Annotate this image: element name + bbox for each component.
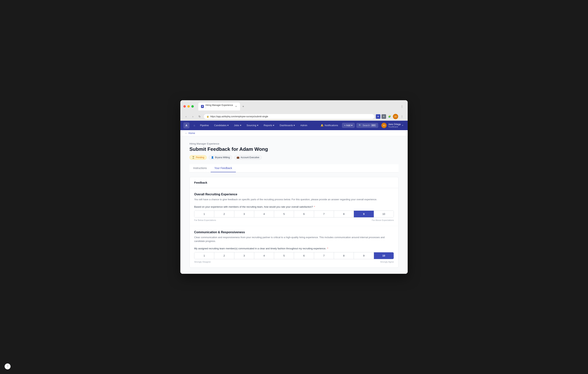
rating-10[interactable]: 10: [374, 211, 394, 217]
nav-pipeline[interactable]: Pipeline: [198, 123, 211, 128]
nav-sourcing[interactable]: Sourcing ▾: [244, 123, 261, 128]
comm-rating-10[interactable]: 10: [374, 252, 394, 259]
nav-add-button[interactable]: + Add ▾: [342, 123, 355, 128]
rating-5[interactable]: 5: [274, 211, 294, 217]
sourcing-chevron-icon: ▾: [257, 124, 258, 127]
browser-actions: ✦ A 🧩 JO ⋮: [376, 114, 405, 119]
browser-controls: ‹ › ↻ 🔒 https://app.ashbyhq.com/employee…: [183, 112, 405, 121]
badges: ⏳ Pending 👤 Bryana Witting 💼 Account Exe…: [189, 155, 399, 160]
nav-admin[interactable]: Admin: [298, 123, 310, 128]
nav-avatar: JO: [381, 123, 387, 128]
chevron-down-icon: ▾: [227, 124, 229, 127]
lock-icon: 🔒: [207, 115, 209, 118]
comm-rating-1[interactable]: 1: [194, 252, 214, 259]
comm-rating-8[interactable]: 8: [334, 252, 354, 259]
feedback-card-title: Feedback: [190, 177, 398, 188]
maximize-traffic-light[interactable]: [191, 105, 194, 108]
tab-favicon-icon: A: [201, 105, 204, 108]
briefcase-icon: 💼: [237, 156, 240, 159]
communication-required-asterisk: *: [327, 247, 328, 250]
nav-org: YourBrand: [388, 126, 401, 128]
rating-7[interactable]: 7: [314, 211, 334, 217]
profile-button[interactable]: JO: [393, 114, 398, 119]
comm-rating-9[interactable]: 9: [354, 252, 374, 259]
rating-2[interactable]: 2: [214, 211, 234, 217]
main-content: Hiring Manager Experience Submit Feedbac…: [180, 136, 408, 274]
page-title: Submit Feedback for Adam Wong: [189, 146, 399, 152]
chrome-options-button[interactable]: ⋮: [399, 114, 405, 119]
reports-chevron-icon: ▾: [273, 124, 274, 127]
breadcrumb-home-link[interactable]: Home: [189, 132, 195, 135]
nav-notifications-button[interactable]: 🔔 Notifications: [318, 123, 340, 128]
rating-4[interactable]: 4: [254, 211, 274, 217]
communication-question: My assigned recruiting team member(s) co…: [194, 247, 394, 250]
tab-close-button[interactable]: ✕: [235, 105, 237, 108]
overall-scale-labels: Far Below Expectations Far Above Expecta…: [194, 219, 394, 221]
app-logo[interactable]: A: [183, 122, 189, 128]
nav-search-button[interactable]: 🔍 Search ⌘K: [356, 123, 378, 128]
url-text: https://app.ashbyhq.com/employee-surveys…: [210, 115, 268, 118]
active-browser-tab[interactable]: A Hiring Manager Experience · ✕: [198, 103, 240, 110]
jobs-chevron-icon: ▾: [240, 124, 241, 127]
rating-1[interactable]: 1: [194, 211, 214, 217]
profile-chevron-icon: ▾: [402, 124, 403, 126]
feedback-tabs: Instructions Your Feedback: [189, 164, 399, 172]
ashby-extension-icon[interactable]: ✦: [376, 114, 380, 119]
back-button[interactable]: ‹: [183, 114, 189, 119]
address-bar[interactable]: 🔒 https://app.ashbyhq.com/employee-surve…: [204, 114, 374, 119]
chrome-menu-button[interactable]: ⋮: [399, 104, 405, 109]
tab-bar: A Hiring Manager Experience · ✕ +: [198, 103, 398, 110]
nav-profile-button[interactable]: JO Jane Ortega YourBrand ▾: [380, 122, 405, 129]
rating-3[interactable]: 3: [234, 211, 254, 217]
feedback-card: Feedback Overall Recruiting Experience Y…: [189, 177, 399, 268]
bell-icon: 🔔: [321, 124, 324, 127]
overall-satisfaction-question: Based on your experience with members of…: [194, 205, 394, 208]
dashboards-chevron-icon: ▾: [294, 124, 295, 127]
nav-jobs[interactable]: Jobs ▾: [232, 123, 243, 128]
search-icon: 🔍: [359, 124, 361, 127]
browser-chrome: A Hiring Manager Experience · ✕ + ⋮ ‹ › …: [180, 100, 408, 121]
comm-rating-6[interactable]: 6: [294, 252, 314, 259]
overall-recruiting-title: Overall Recruiting Experience: [194, 193, 394, 196]
tab-instructions[interactable]: Instructions: [189, 164, 211, 172]
help-button[interactable]: ?: [5, 363, 10, 369]
overall-satisfaction-scale[interactable]: 1 2 3 4 5 6 7 8 9 10: [194, 211, 394, 217]
forward-button[interactable]: ›: [190, 114, 196, 119]
communication-scale-labels: Strongly Disagree Strongly Agree: [194, 261, 394, 263]
tab-title: Hiring Manager Experience ·: [205, 104, 233, 109]
tab-your-feedback[interactable]: Your Feedback: [211, 164, 236, 172]
ashby-extension-2-icon[interactable]: A: [381, 114, 386, 119]
person-icon: 👤: [211, 156, 214, 159]
nav-right: 🔔 Notifications + Add ▾ 🔍 Search ⌘K JO J…: [318, 122, 405, 129]
nav-home-icon[interactable]: ⌂: [192, 123, 197, 128]
hourglass-icon: ⏳: [192, 156, 195, 159]
comm-rating-3[interactable]: 3: [234, 252, 254, 259]
role-badge: 💼 Account Executive: [234, 155, 262, 160]
overall-recruiting-desc: You will have a chance to give feedback …: [194, 198, 394, 202]
scale-min-label: Far Below Expectations: [194, 219, 216, 221]
rating-9[interactable]: 9: [354, 211, 374, 217]
communication-title: Communication & Responsiveness: [194, 231, 394, 234]
rating-8[interactable]: 8: [334, 211, 354, 217]
add-chevron-icon: ▾: [351, 124, 353, 127]
communication-scale[interactable]: 1 2 3 4 5 6 7 8 9 10: [194, 252, 394, 259]
browser-titlebar: A Hiring Manager Experience · ✕ + ⋮: [183, 103, 405, 110]
page-subtitle: Hiring Manager Experience: [189, 142, 399, 145]
new-tab-button[interactable]: +: [241, 104, 246, 109]
close-traffic-light[interactable]: [183, 105, 186, 108]
browser-window: A Hiring Manager Experience · ✕ + ⋮ ‹ › …: [180, 100, 408, 274]
refresh-button[interactable]: ↻: [197, 114, 202, 119]
puzzle-extension-icon[interactable]: 🧩: [387, 114, 392, 119]
pending-badge: ⏳ Pending: [189, 155, 207, 160]
back-arrow-icon: ←: [185, 132, 187, 135]
comm-rating-7[interactable]: 7: [314, 252, 334, 259]
minimize-traffic-light[interactable]: [187, 105, 190, 108]
nav-dashboards[interactable]: Dashboards ▾: [277, 123, 297, 128]
comm-rating-4[interactable]: 4: [254, 252, 274, 259]
rating-6[interactable]: 6: [294, 211, 314, 217]
nav-candidates[interactable]: Candidates ▾: [212, 123, 231, 128]
comm-rating-5[interactable]: 5: [274, 252, 294, 259]
nav-reports[interactable]: Reports ▾: [262, 123, 277, 128]
scale-max-label: Far Above Expectations: [372, 219, 394, 221]
comm-rating-2[interactable]: 2: [214, 252, 234, 259]
